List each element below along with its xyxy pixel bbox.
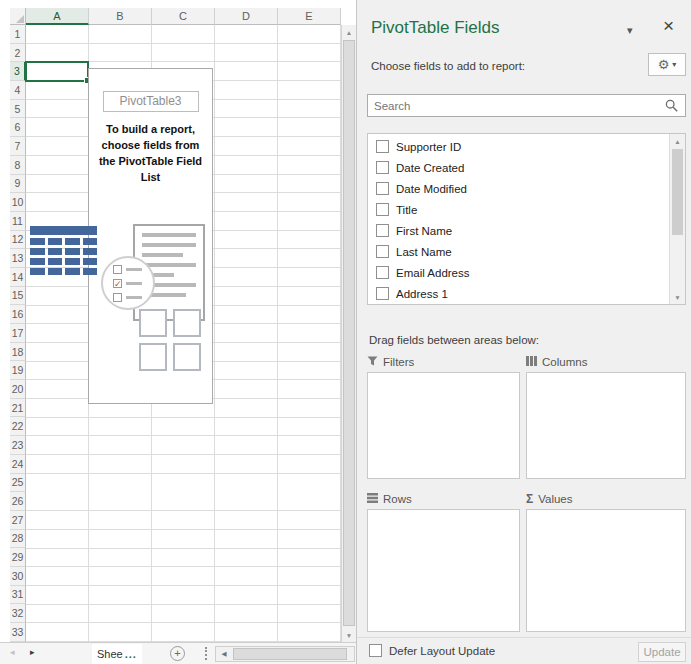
row-header-13[interactable]: 13 bbox=[10, 249, 26, 268]
row-header-23[interactable]: 23 bbox=[10, 436, 26, 455]
field-label: Email Address bbox=[396, 267, 470, 279]
row-header-33[interactable]: 33 bbox=[10, 623, 26, 642]
rows-drop-area[interactable] bbox=[367, 509, 520, 632]
funnel-icon bbox=[367, 356, 378, 368]
row-header-10[interactable]: 10 bbox=[10, 193, 26, 212]
search-input[interactable] bbox=[368, 100, 665, 112]
table-graphic-cell bbox=[83, 258, 98, 265]
row-header-21[interactable]: 21 bbox=[10, 399, 26, 418]
tab-overflow-indicator[interactable]: ... bbox=[125, 648, 137, 660]
pane-bottom-bar: Defer Layout Update Update bbox=[357, 637, 691, 664]
scroll-left-icon[interactable]: ◀ bbox=[216, 647, 232, 661]
vertical-scroll-thumb[interactable] bbox=[343, 40, 355, 626]
table-graphic-body bbox=[30, 238, 97, 275]
table-graphic-cell bbox=[65, 238, 80, 245]
row-header-7[interactable]: 7 bbox=[10, 137, 26, 156]
search-icon[interactable] bbox=[665, 99, 679, 113]
selected-cell[interactable] bbox=[25, 61, 89, 82]
field-checkbox[interactable] bbox=[376, 266, 389, 279]
row-header-32[interactable]: 32 bbox=[10, 604, 26, 623]
update-button[interactable]: Update bbox=[638, 642, 686, 662]
table-graphic-cell bbox=[30, 258, 45, 265]
scroll-down-icon[interactable]: ▼ bbox=[670, 290, 685, 304]
sheet-tab[interactable]: Shee ... bbox=[92, 644, 142, 664]
column-header-e[interactable]: E bbox=[278, 8, 341, 25]
pivottable-name-box: PivotTable3 bbox=[103, 91, 199, 112]
row-header-24[interactable]: 24 bbox=[10, 455, 26, 474]
column-header-c[interactable]: C bbox=[152, 8, 215, 25]
field-item[interactable]: Title bbox=[368, 199, 669, 220]
add-sheet-button[interactable]: + bbox=[170, 646, 185, 661]
column-header-a[interactable]: A bbox=[26, 8, 89, 25]
defer-layout-checkbox[interactable] bbox=[369, 644, 382, 657]
row-header-3[interactable]: 3 bbox=[10, 62, 26, 81]
field-checkbox[interactable] bbox=[376, 182, 389, 195]
area-header: Filters bbox=[367, 354, 520, 370]
field-checkbox[interactable] bbox=[376, 203, 389, 216]
table-graphic-cell bbox=[30, 248, 45, 255]
pane-options-icon[interactable]: ▾ bbox=[627, 24, 633, 37]
field-item[interactable]: First Name bbox=[368, 220, 669, 241]
select-all-corner[interactable] bbox=[10, 8, 26, 25]
row-header-11[interactable]: 11 bbox=[10, 212, 26, 231]
field-checkbox[interactable] bbox=[376, 161, 389, 174]
horizontal-scroll-thumb[interactable] bbox=[233, 648, 347, 660]
scroll-down-icon[interactable]: ▼ bbox=[342, 628, 356, 642]
next-sheet-icon[interactable]: ▸ bbox=[30, 647, 35, 657]
row-header-8[interactable]: 8 bbox=[10, 156, 26, 175]
row-header-4[interactable]: 4 bbox=[10, 81, 26, 100]
columns-drop-area[interactable] bbox=[526, 372, 686, 479]
field-checkbox[interactable] bbox=[376, 245, 389, 258]
row-header-17[interactable]: 17 bbox=[10, 324, 26, 343]
area-rows: Rows bbox=[367, 491, 520, 632]
filters-drop-area[interactable] bbox=[367, 372, 520, 479]
vertical-scrollbar[interactable]: ▲ ▼ bbox=[341, 25, 356, 642]
row-header-25[interactable]: 25 bbox=[10, 474, 26, 493]
chevron-down-icon: ▾ bbox=[672, 60, 676, 69]
grid-column bbox=[26, 25, 89, 642]
row-header-5[interactable]: 5 bbox=[10, 100, 26, 119]
field-list-scrollbar[interactable]: ▲ ▼ bbox=[669, 134, 685, 304]
row-header-28[interactable]: 28 bbox=[10, 530, 26, 549]
row-header-19[interactable]: 19 bbox=[10, 361, 26, 380]
row-header-15[interactable]: 15 bbox=[10, 287, 26, 306]
field-list-scroll-thumb[interactable] bbox=[672, 149, 683, 235]
scroll-up-icon[interactable]: ▲ bbox=[670, 134, 685, 148]
field-item[interactable]: Email Address bbox=[368, 262, 669, 283]
area-label: Rows bbox=[383, 493, 412, 505]
row-header-30[interactable]: 30 bbox=[10, 567, 26, 586]
values-drop-area[interactable] bbox=[526, 509, 686, 632]
field-item[interactable]: Date Created bbox=[368, 157, 669, 178]
tools-button[interactable]: ⚙ ▾ bbox=[648, 53, 686, 76]
row-header-16[interactable]: 16 bbox=[10, 305, 26, 324]
search-box[interactable] bbox=[367, 94, 686, 117]
row-header-31[interactable]: 31 bbox=[10, 586, 26, 605]
field-item[interactable]: Address 1 bbox=[368, 283, 669, 304]
column-header-d[interactable]: D bbox=[215, 8, 278, 25]
row-header-29[interactable]: 29 bbox=[10, 548, 26, 567]
row-header-12[interactable]: 12 bbox=[10, 231, 26, 250]
column-header-b[interactable]: B bbox=[89, 8, 152, 25]
row-header-26[interactable]: 26 bbox=[10, 492, 26, 511]
row-header-9[interactable]: 9 bbox=[10, 175, 26, 194]
horizontal-scrollbar[interactable]: ◀ bbox=[215, 646, 355, 662]
row-header-20[interactable]: 20 bbox=[10, 380, 26, 399]
scrollbar-splitter[interactable] bbox=[205, 647, 207, 660]
field-item[interactable]: Date Modified bbox=[368, 178, 669, 199]
prev-sheet-icon[interactable]: ◂ bbox=[10, 647, 15, 657]
field-checkbox[interactable] bbox=[376, 224, 389, 237]
row-header-1[interactable]: 1 bbox=[10, 25, 26, 44]
row-header-27[interactable]: 27 bbox=[10, 511, 26, 530]
field-checkbox[interactable] bbox=[376, 287, 389, 300]
field-item[interactable]: Last Name bbox=[368, 241, 669, 262]
rows-icon bbox=[367, 493, 378, 505]
row-header-6[interactable]: 6 bbox=[10, 118, 26, 137]
field-checkbox[interactable] bbox=[376, 140, 389, 153]
row-header-18[interactable]: 18 bbox=[10, 343, 26, 362]
close-icon[interactable]: × bbox=[663, 15, 674, 37]
row-header-2[interactable]: 2 bbox=[10, 44, 26, 63]
scroll-up-icon[interactable]: ▲ bbox=[342, 25, 356, 39]
row-header-14[interactable]: 14 bbox=[10, 268, 26, 287]
field-item[interactable]: Supporter ID bbox=[368, 136, 669, 157]
row-header-22[interactable]: 22 bbox=[10, 417, 26, 436]
